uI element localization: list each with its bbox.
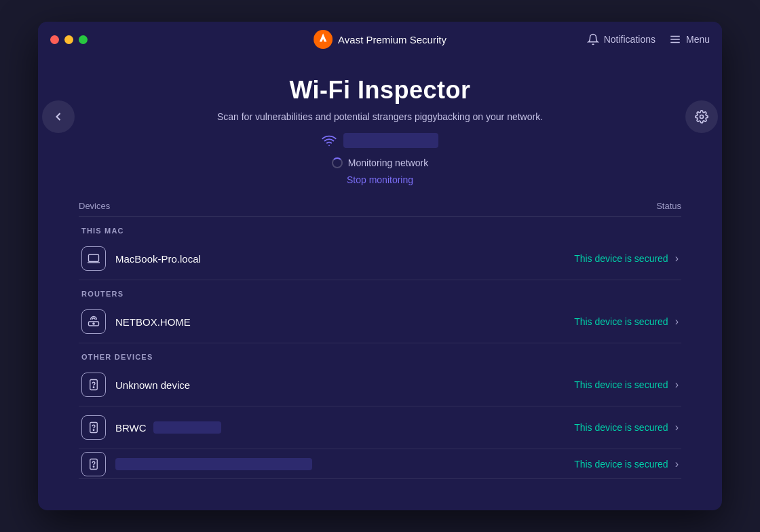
- svg-point-15: [93, 466, 94, 468]
- device-status-brwc: This device is secured: [574, 422, 668, 433]
- unknown-device-icon-2: [81, 415, 106, 440]
- section-this-mac: THIS MAC: [79, 227, 681, 235]
- avast-logo-icon: [314, 30, 332, 49]
- device-name-macbook: MacBook-Pro.local: [115, 253, 574, 265]
- titlebar: Avast Premium Security Notifications Men…: [38, 22, 722, 57]
- device-row-router[interactable]: NETBOX.HOME This device is secured ›: [79, 301, 681, 343]
- unknown-device-icon: [81, 373, 106, 397]
- monitoring-label: Monitoring network: [348, 157, 428, 168]
- titlebar-right: Notifications Menu: [587, 33, 710, 45]
- section-routers: ROUTERS: [79, 290, 681, 298]
- devices-col-header: Devices: [79, 201, 110, 211]
- section-other-devices: OTHER DEVICES: [79, 353, 681, 361]
- loading-spinner: [332, 157, 343, 168]
- wifi-icon: [322, 133, 337, 148]
- device-status-macbook: This device is secured: [574, 253, 668, 264]
- traffic-lights: [50, 35, 88, 44]
- menu-label: Menu: [686, 34, 710, 45]
- svg-rect-6: [89, 254, 99, 262]
- app-title: Avast Premium Security: [338, 34, 446, 45]
- titlebar-center: Avast Premium Security: [314, 30, 446, 49]
- notifications-button[interactable]: Notifications: [587, 33, 656, 45]
- status-col-header: Status: [656, 201, 681, 211]
- chevron-right-icon-4: ›: [675, 421, 679, 434]
- svg-point-11: [93, 387, 94, 388]
- main-content: Wi-Fi Inspector Scan for vulnerabilities…: [38, 76, 722, 479]
- monitoring-row: Monitoring network: [79, 157, 681, 168]
- device-name-partial-redacted: [115, 458, 312, 470]
- device-status-router: This device is secured: [574, 316, 668, 327]
- svg-point-9: [93, 323, 94, 324]
- minimize-button[interactable]: [64, 35, 73, 44]
- device-status-unknown: This device is secured: [574, 379, 668, 390]
- router-icon: [81, 309, 106, 334]
- device-status-partial: This device is secured: [574, 459, 668, 470]
- device-name-router: NETBOX.HOME: [115, 316, 574, 328]
- chevron-right-icon-5: ›: [675, 458, 679, 470]
- svg-point-0: [314, 30, 332, 49]
- page-subtitle: Scan for vulnerabilities and potential s…: [79, 111, 681, 122]
- svg-point-13: [93, 430, 94, 431]
- stop-monitoring-link[interactable]: Stop monitoring: [347, 174, 413, 185]
- chevron-right-icon-2: ›: [675, 316, 679, 328]
- menu-button[interactable]: Menu: [669, 33, 710, 45]
- menu-icon: [669, 33, 681, 45]
- page-title: Wi-Fi Inspector: [79, 76, 681, 104]
- device-row-partial[interactable]: This device is secured ›: [79, 449, 681, 479]
- unknown-device-icon-3: [81, 452, 106, 476]
- device-row-brwc[interactable]: BRWC This device is secured ›: [79, 406, 681, 449]
- devices-header: Devices Status: [79, 193, 681, 217]
- chevron-right-icon-3: ›: [675, 379, 679, 391]
- device-name-unknown: Unknown device: [115, 379, 574, 391]
- stop-monitoring: Stop monitoring: [79, 174, 681, 186]
- laptop-icon: [81, 246, 106, 271]
- chevron-right-icon: ›: [675, 252, 679, 265]
- maximize-button[interactable]: [79, 35, 88, 44]
- device-row-unknown[interactable]: Unknown device This device is secured ›: [79, 364, 681, 406]
- app-window: Avast Premium Security Notifications Men…: [38, 22, 722, 510]
- close-button[interactable]: [50, 35, 59, 44]
- network-name-redacted: [343, 133, 438, 148]
- device-name-partial: [115, 458, 574, 470]
- device-name-brwc: BRWC: [115, 421, 574, 434]
- network-row: [79, 133, 681, 148]
- bell-icon: [587, 33, 599, 45]
- notifications-label: Notifications: [604, 34, 656, 45]
- device-name-brwc-redacted: [153, 421, 221, 434]
- device-row-macbook[interactable]: MacBook-Pro.local This device is secured…: [79, 238, 681, 280]
